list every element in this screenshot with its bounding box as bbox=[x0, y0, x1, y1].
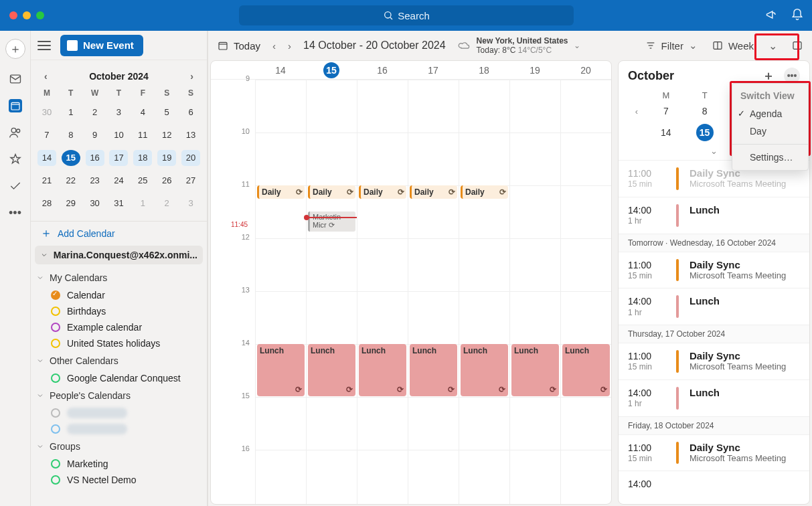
day-column[interactable]: Lunch⟳ bbox=[560, 80, 611, 504]
mini-day[interactable]: 16 bbox=[86, 150, 104, 166]
mini-day[interactable]: 13 bbox=[181, 127, 200, 143]
search-input[interactable]: Search bbox=[239, 5, 574, 25]
day-column[interactable]: Daily⟳Lunch⟳ bbox=[255, 80, 306, 504]
event-lunch[interactable]: Lunch⟳ bbox=[511, 344, 559, 396]
weather-widget[interactable]: New York, United States Today: 8°C 14°C/… bbox=[458, 36, 580, 56]
panel-open-icon[interactable] bbox=[792, 40, 803, 51]
today-button[interactable]: Today bbox=[218, 40, 260, 52]
mini-day[interactable]: 21 bbox=[37, 173, 56, 189]
mini-day[interactable]: 24 bbox=[109, 173, 128, 189]
agenda-item[interactable]: 14:00 bbox=[619, 471, 809, 497]
mini-prev[interactable]: ‹ bbox=[40, 68, 52, 84]
agenda-item[interactable]: 11:0015 minDaily SyncMicrosoft Teams Mee… bbox=[619, 252, 809, 288]
event-lunch[interactable]: Lunch⟳ bbox=[257, 344, 305, 396]
event-daily-sync[interactable]: Daily⟳ bbox=[410, 185, 457, 199]
event-lunch[interactable]: Lunch⟳ bbox=[359, 344, 406, 396]
minimize-window[interactable] bbox=[23, 11, 31, 19]
calendar-item[interactable]: Marketing bbox=[36, 456, 201, 472]
event-lunch[interactable]: Lunch⟳ bbox=[308, 344, 355, 396]
day-column[interactable]: Lunch⟳ bbox=[509, 80, 560, 504]
menu-item-settings[interactable]: Settings… bbox=[732, 149, 808, 166]
calendar-icon[interactable] bbox=[9, 99, 22, 112]
mini-day[interactable]: 25 bbox=[133, 173, 152, 189]
close-window[interactable] bbox=[9, 11, 17, 19]
event-lunch[interactable]: Lunch⟳ bbox=[562, 344, 610, 396]
mini-day[interactable]: 6 bbox=[181, 104, 200, 120]
mini-day[interactable]: 4 bbox=[133, 104, 152, 120]
mail-icon[interactable] bbox=[9, 72, 22, 86]
mini-day[interactable]: 30 bbox=[37, 104, 56, 120]
day-column[interactable]: Daily⟳Lunch⟳ bbox=[408, 80, 459, 504]
mini-day[interactable]: 14 bbox=[37, 150, 56, 166]
mini-day[interactable]: 8 bbox=[62, 127, 80, 143]
calendar-item[interactable]: shared person bbox=[36, 421, 201, 437]
panel-toggle-chevron[interactable]: ⌄ bbox=[768, 39, 777, 52]
mini-day[interactable]: 15 bbox=[62, 150, 80, 166]
next-week[interactable]: › bbox=[288, 40, 291, 52]
hamburger-icon[interactable] bbox=[37, 41, 51, 50]
megaphone-icon[interactable] bbox=[765, 8, 779, 21]
agenda-item[interactable]: 14:001 hrLunch bbox=[619, 288, 809, 325]
event-marketing[interactable]: MarketinMicr ⟳ bbox=[308, 212, 355, 232]
mini-day[interactable]: 9 bbox=[86, 127, 104, 143]
todo-icon[interactable] bbox=[9, 179, 22, 193]
day-column[interactable]: Daily⟳Lunch⟳ bbox=[357, 80, 408, 504]
day-column-header[interactable]: 19 bbox=[509, 65, 560, 76]
mini-day[interactable]: 7 bbox=[37, 127, 56, 143]
star-icon[interactable] bbox=[9, 153, 22, 166]
day-column-header[interactable]: 18 bbox=[459, 65, 509, 76]
tree-section[interactable]: People's Calendars bbox=[36, 386, 201, 405]
day-column[interactable]: Daily⟳MarketinMicr ⟳Lunch⟳ bbox=[306, 80, 357, 504]
mini-day[interactable]: 26 bbox=[157, 173, 176, 189]
prev-week[interactable]: ‹ bbox=[272, 40, 276, 52]
calendar-item[interactable]: Google Calendar Conquest bbox=[36, 370, 201, 386]
day-column-header[interactable]: 15 bbox=[306, 62, 357, 78]
menu-item-day[interactable]: Day bbox=[732, 122, 808, 140]
calendar-item[interactable]: Example calendar bbox=[36, 319, 201, 335]
mini-day[interactable]: 20 bbox=[181, 150, 200, 166]
agenda-item[interactable]: 11:0015 minDaily SyncMicrosoft Teams Mee… bbox=[619, 343, 809, 380]
event-lunch[interactable]: Lunch⟳ bbox=[461, 344, 508, 396]
mini-next[interactable]: › bbox=[186, 68, 197, 84]
event-daily-sync[interactable]: Daily⟳ bbox=[359, 185, 406, 199]
event-lunch[interactable]: Lunch⟳ bbox=[410, 344, 457, 396]
day-column-header[interactable]: 16 bbox=[357, 65, 408, 76]
tree-section[interactable]: Other Calendars bbox=[36, 351, 201, 370]
agenda-item[interactable]: 14:001 hrLunch bbox=[619, 380, 809, 416]
mini-day[interactable]: 22 bbox=[62, 173, 80, 189]
mini-day[interactable]: 5 bbox=[157, 104, 176, 120]
mini-day[interactable]: 31 bbox=[109, 195, 128, 212]
mini-day[interactable]: 11 bbox=[133, 127, 152, 143]
calendar-item[interactable]: Birthdays bbox=[36, 303, 201, 319]
filter-button[interactable]: Filter ⌄ bbox=[645, 39, 698, 52]
tree-section[interactable]: Groups bbox=[36, 437, 201, 456]
mini-day[interactable]: 19 bbox=[157, 150, 176, 166]
mini-day[interactable]: 3 bbox=[181, 195, 200, 212]
mini-day[interactable]: 30 bbox=[86, 195, 104, 212]
account-row[interactable]: Marina.Conquest@x462x.onmi... bbox=[35, 246, 203, 264]
day-column-header[interactable]: 17 bbox=[408, 65, 459, 76]
ag-day[interactable]: 7 bbox=[647, 106, 685, 116]
people-icon[interactable] bbox=[9, 126, 22, 139]
agenda-item[interactable]: 11:0015 minDaily SyncMicrosoft Teams Mee… bbox=[619, 434, 809, 471]
event-daily-sync[interactable]: Daily⟳ bbox=[308, 185, 355, 199]
day-column-header[interactable]: 20 bbox=[560, 65, 611, 76]
mini-day[interactable]: 23 bbox=[86, 173, 104, 189]
ag-day[interactable]: 8 bbox=[685, 106, 724, 116]
mini-day[interactable]: 2 bbox=[157, 195, 176, 212]
day-column-header[interactable]: 14 bbox=[255, 65, 306, 76]
mini-day[interactable]: 3 bbox=[109, 104, 128, 120]
add-calendar-button[interactable]: ＋ Add Calendar bbox=[31, 222, 207, 246]
agenda-add[interactable]: ＋ bbox=[762, 68, 775, 84]
more-apps-icon[interactable]: ••• bbox=[9, 206, 22, 220]
day-column[interactable]: Daily⟳Lunch⟳ bbox=[459, 80, 509, 504]
calendar-item[interactable]: Calendar bbox=[36, 287, 201, 303]
mini-day[interactable]: 10 bbox=[109, 127, 128, 143]
mini-day[interactable]: 28 bbox=[37, 195, 56, 212]
view-button[interactable]: Week bbox=[712, 40, 754, 52]
event-daily-sync[interactable]: Daily⟳ bbox=[461, 185, 508, 199]
mini-day[interactable]: 1 bbox=[62, 104, 80, 120]
calendar-item[interactable]: shared person bbox=[36, 405, 201, 421]
mini-day[interactable]: 2 bbox=[86, 104, 104, 120]
mini-day[interactable]: 17 bbox=[109, 150, 128, 166]
